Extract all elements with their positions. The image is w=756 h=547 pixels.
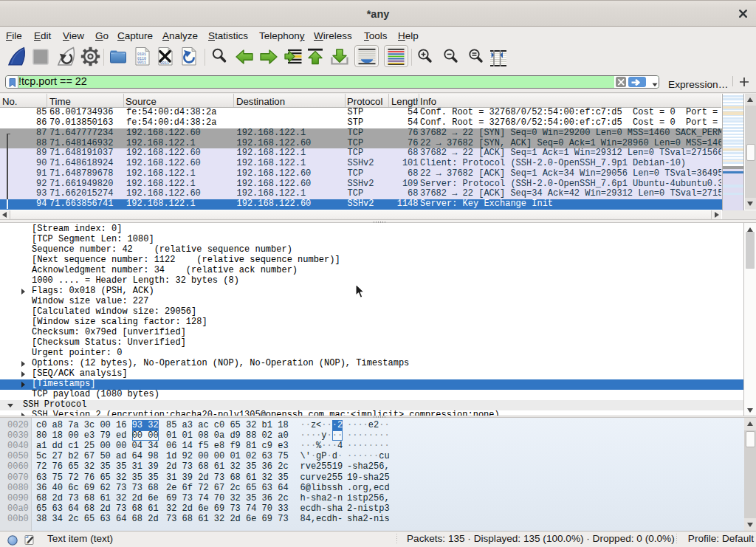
svg-text:0011: 0011: [137, 61, 146, 65]
svg-text:0011: 0011: [160, 61, 169, 66]
